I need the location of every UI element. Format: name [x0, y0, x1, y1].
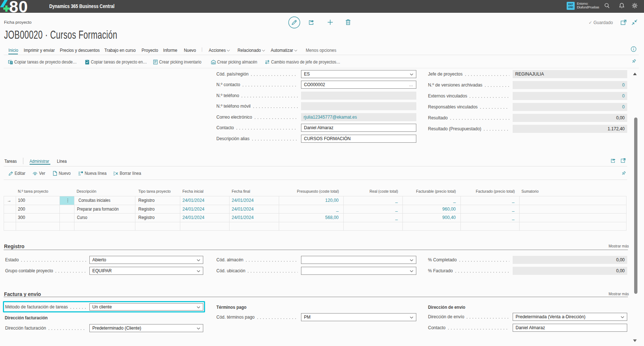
- svg-text:80: 80: [9, 0, 28, 13]
